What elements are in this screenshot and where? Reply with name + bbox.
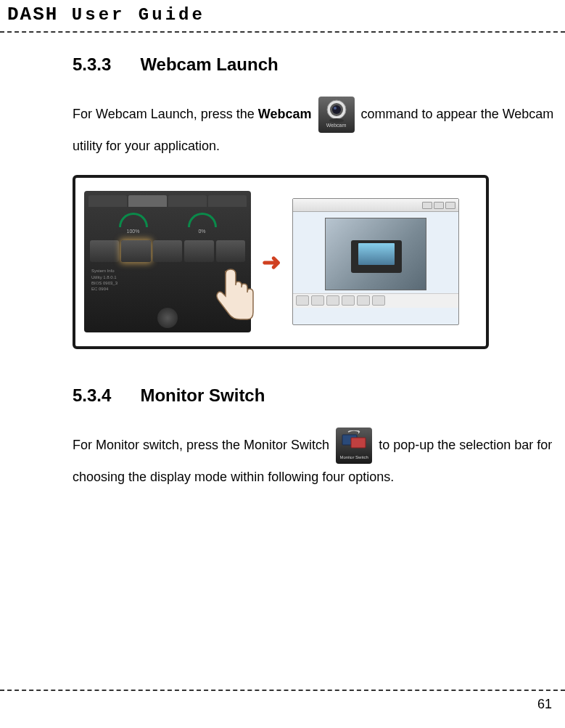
power-button	[157, 308, 178, 328]
webcam-icon: Webcam	[318, 97, 355, 133]
webcam-preview	[325, 218, 426, 290]
tool-button	[296, 295, 309, 306]
tool-button	[311, 295, 324, 306]
section-534-heading: 5.3.4Monitor Switch	[73, 385, 558, 406]
page-footer: 61	[0, 690, 565, 728]
tool-button	[372, 295, 385, 306]
section-533-heading: 5.3.3Webcam Launch	[73, 54, 558, 75]
webcam-utility-window	[292, 198, 459, 325]
gauge-2-label: 0%	[188, 229, 217, 234]
panel-tab	[168, 195, 207, 207]
panel-tab	[128, 195, 167, 207]
text-before-monitor: For Monitor switch, press the Monitor Sw…	[73, 438, 333, 452]
section-533-title: Webcam Launch	[140, 54, 278, 74]
dash-utility-panel: 100% 0% System Info Utility 1.8.0.1 BIOS…	[84, 191, 251, 332]
brand-name: DASH	[7, 4, 58, 25]
webcam-figure: 100% 0% System Info Utility 1.8.0.1 BIOS…	[73, 175, 489, 349]
arrow-icon: ➜	[262, 248, 281, 276]
gauge-1-label: 100%	[119, 229, 148, 234]
main-content: 5.3.3Webcam Launch For Webcam Launch, pr…	[0, 33, 565, 520]
monitor-icon-label: Monitor Switch	[336, 453, 372, 462]
webcam-toolbar	[293, 293, 458, 308]
panel-tab	[208, 195, 247, 207]
close-button	[445, 202, 455, 209]
panel-button	[216, 240, 245, 262]
page-header: DASH User Guide	[0, 0, 565, 33]
monitor-switch-icon: Monitor Switch	[336, 428, 372, 464]
pointer-hand-icon	[211, 267, 262, 325]
webcam-icon-label: Webcam	[318, 120, 355, 131]
svg-rect-6	[351, 438, 366, 448]
webcam-bold-word: Webcam	[258, 107, 312, 121]
gauge-1: 100%	[119, 213, 148, 234]
section-533-number: 5.3.3	[73, 54, 111, 75]
gauge-2: 0%	[188, 213, 217, 234]
guide-title: User Guide	[72, 5, 205, 25]
svg-point-3	[334, 107, 337, 110]
tool-button	[342, 295, 355, 306]
section-534-paragraph: For Monitor switch, press the Monitor Sw…	[73, 428, 558, 491]
minimize-button	[422, 202, 432, 209]
panel-button	[90, 240, 119, 262]
panel-button	[153, 240, 182, 262]
panel-tab	[88, 195, 127, 207]
section-534-number: 5.3.4	[73, 385, 111, 406]
tool-button	[357, 295, 370, 306]
section-534-title: Monitor Switch	[140, 385, 265, 405]
tool-button	[326, 295, 339, 306]
page-number: 61	[537, 697, 552, 711]
window-titlebar	[293, 199, 458, 212]
maximize-button	[434, 202, 444, 209]
svg-point-2	[332, 105, 341, 114]
webcam-panel-button	[121, 240, 150, 262]
section-533-paragraph: For Webcam Launch, press the Webcam Webc…	[73, 97, 558, 160]
text-before-bold: For Webcam Launch, press the	[73, 107, 258, 121]
panel-button	[184, 240, 213, 262]
